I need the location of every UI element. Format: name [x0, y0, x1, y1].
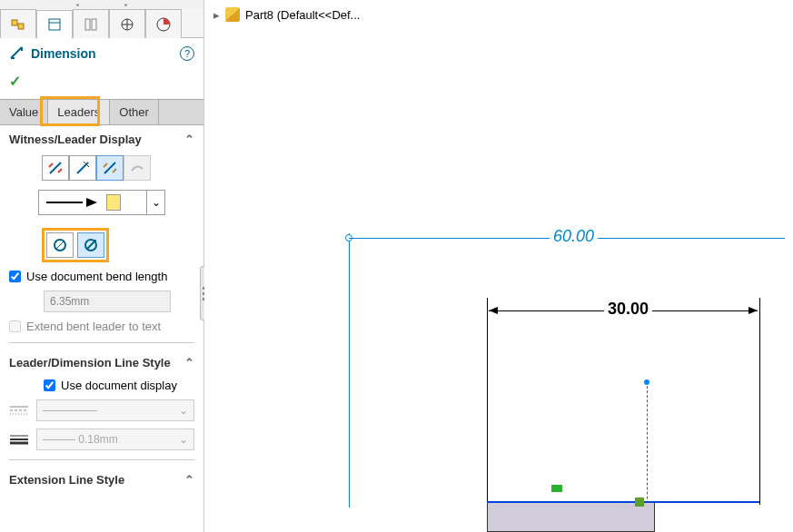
- svg-rect-0: [12, 20, 17, 25]
- leader-style-4-button: [124, 155, 151, 181]
- relation-marker[interactable]: [551, 485, 562, 492]
- endpoint-marker[interactable]: [644, 379, 649, 385]
- doc-display-label: Use document display: [61, 379, 177, 392]
- tab-dimxpert[interactable]: [109, 9, 145, 38]
- line-weight-icon: [9, 433, 29, 446]
- section-title: Witness/Leader Display: [9, 133, 142, 146]
- bend-length-label: Use document bend length: [26, 270, 167, 283]
- help-icon[interactable]: ?: [180, 46, 194, 61]
- part-name: Part8 (Default<<Def...: [245, 8, 360, 22]
- line-pattern-select: ―――――⌄: [36, 399, 194, 421]
- tab-value[interactable]: Value: [0, 100, 48, 124]
- svg-line-20: [113, 169, 116, 172]
- solid-leader-button[interactable]: [46, 232, 74, 258]
- flyout-tree[interactable]: ▸ Part8 (Default<<Def...: [204, 0, 793, 29]
- hollow-leader-button[interactable]: [77, 232, 104, 258]
- svg-rect-5: [92, 19, 96, 30]
- doc-display-checkbox[interactable]: [44, 379, 55, 391]
- tab-leaders[interactable]: Leaders: [48, 100, 110, 124]
- line-weight-select: ――― 0.18mm⌄: [36, 429, 194, 450]
- tab-other[interactable]: Other: [110, 100, 159, 124]
- chevron-down-icon: ⌄: [146, 191, 164, 214]
- ok-button[interactable]: ✓: [9, 74, 21, 89]
- svg-rect-2: [49, 19, 60, 30]
- ext-line-section-header[interactable]: Extension Line Style ⌃: [0, 466, 203, 492]
- extend-leader-checkbox: [9, 320, 21, 332]
- sketch-rectangle[interactable]: [487, 501, 655, 532]
- highlight-box-2: [42, 228, 109, 262]
- svg-line-10: [11, 47, 22, 58]
- dimension-tabs: Value Leaders Other: [0, 99, 203, 125]
- bend-length-input: [44, 291, 171, 312]
- tab-feature-tree[interactable]: [0, 9, 36, 38]
- collapse-icon[interactable]: ⌃: [184, 356, 194, 369]
- svg-rect-1: [18, 24, 24, 29]
- expand-icon[interactable]: ▸: [213, 8, 220, 22]
- panel-grip[interactable]: [0, 0, 203, 9]
- svg-rect-4: [85, 19, 90, 30]
- bend-length-checkbox[interactable]: [9, 271, 21, 282]
- tab-property-manager[interactable]: [36, 10, 73, 39]
- witness-leader-section-header[interactable]: Witness/Leader Display ⌃: [0, 125, 203, 152]
- collapse-icon[interactable]: ⌃: [184, 473, 194, 487]
- relation-marker[interactable]: [635, 498, 644, 507]
- panel-title: Dimension: [31, 46, 96, 61]
- line-pattern-icon: [9, 404, 29, 417]
- dimension-tool-icon: [9, 45, 25, 62]
- svg-line-15: [58, 169, 62, 172]
- feature-manager-tabs: [0, 9, 203, 38]
- dimension-value: 30.00: [604, 300, 652, 319]
- dimension-value: 60.00: [550, 227, 598, 246]
- svg-line-22: [56, 241, 64, 249]
- arrowhead-style-picker[interactable]: ⌄: [38, 190, 165, 215]
- line-style-section-header[interactable]: Leader/Dimension Line Style ⌃: [0, 349, 203, 375]
- leader-style-2-button[interactable]: [69, 155, 96, 181]
- leader-style-1-button[interactable]: [42, 155, 69, 181]
- svg-line-14: [49, 163, 53, 167]
- tab-display-manager[interactable]: [145, 9, 182, 38]
- property-panel: Dimension ? ✓ Value Leaders Other Witnes…: [0, 0, 204, 532]
- leader-style-3-button[interactable]: [96, 155, 124, 181]
- svg-line-24: [87, 241, 94, 249]
- sketch-edge[interactable]: [487, 501, 759, 503]
- panel-header: Dimension ?: [0, 38, 203, 69]
- svg-line-19: [104, 163, 107, 167]
- graphics-canvas[interactable]: ▸ Part8 (Default<<Def... 60.00 30.00: [204, 0, 793, 532]
- part-icon: [225, 7, 240, 22]
- collapse-icon[interactable]: ⌃: [184, 133, 194, 146]
- section-title-2: Leader/Dimension Line Style: [9, 356, 171, 369]
- extend-leader-label: Extend bent leader to text: [26, 320, 161, 333]
- section-title-3: Extension Line Style: [9, 473, 124, 487]
- tab-config-manager[interactable]: [73, 9, 109, 38]
